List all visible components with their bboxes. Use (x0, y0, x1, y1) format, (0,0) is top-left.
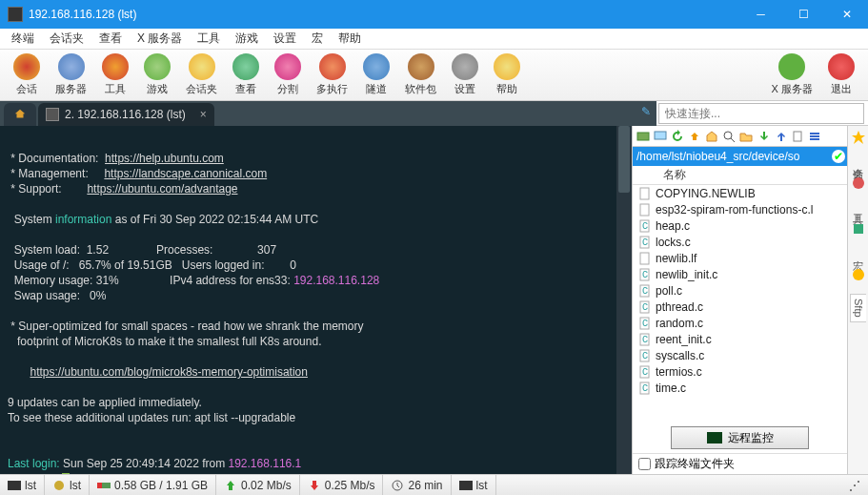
download-icon[interactable] (755, 128, 771, 144)
file-row[interactable]: ctermios.c (633, 363, 847, 380)
menu-view[interactable]: 查看 (91, 29, 130, 49)
scrollbar-thumb[interactable] (618, 126, 630, 193)
key-icon[interactable]: ✎ (641, 105, 651, 118)
menu-terminal[interactable]: 终端 (4, 29, 42, 49)
status-net-down: 0.25 Mb/s (300, 475, 384, 495)
mgmt-link[interactable]: https://landscape.canonical.com (104, 167, 267, 180)
menu-settings[interactable]: 设置 (266, 29, 304, 49)
file-name: heap.c (656, 219, 690, 233)
tools-side-icon[interactable] (851, 175, 866, 191)
toolbar-label: 工具 (105, 82, 126, 96)
vtab-sessions[interactable]: 会话夹 (849, 156, 867, 164)
toolbar-会话夹[interactable]: 会话夹 (178, 52, 225, 98)
toolbar-icon (494, 53, 520, 80)
svg-text:c: c (642, 284, 648, 297)
status-session3[interactable]: lst (452, 475, 496, 495)
computer-icon[interactable] (652, 128, 668, 144)
follow-checkbox[interactable] (638, 458, 651, 470)
terminal-scrollbar[interactable] (616, 126, 632, 474)
svg-rect-32 (854, 224, 863, 234)
file-row[interactable]: creent_init.c (633, 331, 847, 347)
home-tab[interactable] (4, 103, 36, 126)
file-header-name[interactable]: 名称 (633, 166, 847, 185)
file-row[interactable]: cpthread.c (633, 299, 847, 315)
list-icon[interactable] (806, 128, 822, 144)
vtab-tools[interactable]: 工具 (849, 202, 867, 210)
new-file-icon[interactable] (789, 128, 805, 144)
status-net-up: 0.02 Mb/s (216, 475, 300, 495)
star-icon[interactable] (851, 130, 866, 145)
toolbar-设置[interactable]: 设置 (444, 52, 486, 98)
file-row[interactable]: cpoll.c (633, 282, 847, 299)
file-row[interactable]: COPYING.NEWLIB (633, 185, 847, 201)
file-row[interactable]: cheap.c (633, 217, 847, 234)
upload-icon[interactable] (772, 128, 788, 144)
svg-rect-5 (810, 133, 819, 134)
menu-xserver[interactable]: X 服务器 (130, 29, 190, 49)
file-row[interactable]: crandom.c (633, 315, 847, 331)
toolbar-分割[interactable]: 分割 (267, 52, 309, 98)
home-folder-icon[interactable] (703, 128, 719, 144)
terminal[interactable]: * Documentation: https://help.ubuntu.com… (0, 126, 632, 474)
quick-connect-box[interactable] (658, 103, 864, 124)
toolbar-软件包[interactable]: 软件包 (397, 52, 444, 98)
toolbar-X 服务器[interactable]: X 服务器 (764, 52, 820, 98)
menu-help[interactable]: 帮助 (331, 29, 369, 49)
microk8s-link[interactable]: https://ubuntu.com/blog/microk8s-memory-… (30, 365, 307, 379)
toolbar-查看[interactable]: 查看 (225, 52, 267, 98)
mgmt-label: * Management: (8, 167, 104, 180)
toolbar-label: 帮助 (496, 82, 517, 96)
svg-point-2 (724, 132, 732, 139)
status-session2[interactable]: lst (45, 475, 90, 495)
status-session1[interactable]: lst (0, 475, 45, 495)
toolbar-退出[interactable]: 退出 (820, 52, 862, 98)
usage-line: Usage of /: 65.7% of 19.51GB Users logge… (8, 258, 296, 272)
menu-tools[interactable]: 工具 (190, 29, 228, 49)
minimize-button[interactable]: ─ (739, 0, 782, 29)
ip-address: 192.168.116.128 (293, 274, 379, 287)
follow-label: 跟踪终端文件夹 (655, 456, 735, 472)
file-row[interactable]: esp32-spiram-rom-functions-c.l (633, 201, 847, 217)
menu-games[interactable]: 游戏 (228, 29, 266, 49)
remote-monitor-button[interactable]: 远程监控 (671, 426, 809, 449)
tab-close-icon[interactable]: × (200, 108, 207, 121)
svg-rect-6 (810, 135, 819, 137)
folder-icon[interactable] (737, 128, 754, 144)
toolbar-游戏[interactable]: 游戏 (136, 52, 178, 98)
session-tab[interactable]: 2. 192.168.116.128 (lst) × (38, 103, 214, 126)
toolbar-label: 会话 (16, 82, 37, 96)
toolbar-帮助[interactable]: 帮助 (486, 52, 528, 98)
sup-link[interactable]: https://ubuntu.com/advantage (87, 182, 237, 196)
quick-connect-input[interactable] (665, 104, 858, 123)
file-list[interactable]: COPYING.NEWLIBesp32-spiram-rom-functions… (633, 185, 847, 423)
toolbar-服务器[interactable]: 服务器 (48, 52, 94, 98)
toolbar-多执行[interactable]: 多执行 (309, 52, 355, 98)
menu-sessions[interactable]: 会话夹 (42, 29, 91, 49)
sftp-path[interactable]: /home/lst/niobeu4_src/device/so ✔ (633, 147, 847, 166)
up-icon[interactable] (686, 128, 702, 144)
file-row[interactable]: cnewlib_init.c (633, 266, 847, 282)
disk-icon[interactable] (635, 128, 651, 144)
maximize-button[interactable]: ☐ (782, 0, 825, 29)
svg-text:c: c (642, 268, 648, 280)
file-icon (638, 187, 652, 200)
menu-macros[interactable]: 宏 (304, 29, 331, 49)
toolbar-隧道[interactable]: 隧道 (355, 52, 397, 98)
file-row[interactable]: ctime.c (633, 380, 847, 396)
vtab-macros[interactable]: 宏 (849, 248, 867, 256)
refresh-icon[interactable] (669, 128, 685, 144)
toolbar-工具[interactable]: 工具 (94, 52, 136, 98)
file-row[interactable]: newlib.lf (633, 250, 847, 266)
sftp-side-icon[interactable] (851, 267, 866, 282)
toolbar-会话[interactable]: 会话 (6, 52, 48, 98)
vtab-sftp[interactable]: Sftp (850, 294, 866, 322)
file-name: poll.c (656, 284, 682, 298)
file-name: pthread.c (656, 300, 703, 314)
file-row[interactable]: clocks.c (633, 234, 847, 250)
doc-link[interactable]: https://help.ubuntu.com (105, 152, 224, 165)
file-row[interactable]: csyscalls.c (633, 347, 847, 363)
macro-side-icon[interactable] (851, 221, 866, 237)
find-icon[interactable] (720, 128, 737, 144)
close-button[interactable]: ✕ (825, 0, 868, 29)
toolbar-label: 退出 (831, 82, 852, 96)
